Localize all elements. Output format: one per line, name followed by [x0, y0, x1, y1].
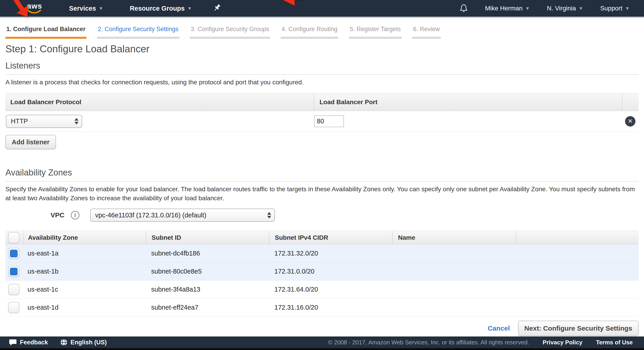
listeners-heading: Listeners	[6, 61, 638, 75]
tab-configure-security-groups[interactable]: 3. Configure Security Groups	[190, 24, 270, 39]
table-row-us-east-1b: us-east-1b subnet-80c0e8e5 172.31.0.0/20	[6, 263, 638, 281]
vpc-select[interactable]: vpc-46e1103f (172.31.0.0/16) (default)	[90, 209, 275, 222]
pushpin-icon	[214, 4, 221, 13]
protocol-select[interactable]: HTTP	[6, 115, 82, 128]
listeners-table-header: Load Balancer Protocol Load Balancer Por…	[6, 93, 638, 111]
resource-groups-label: Resource Groups	[130, 5, 184, 12]
zone-cell: us-east-1d	[24, 304, 146, 311]
zone-cell: us-east-1c	[24, 286, 146, 293]
chevron-down-icon: ▼	[625, 6, 630, 11]
table-row-us-east-1a: us-east-1a subnet-dc4fb186 172.31.32.0/2…	[6, 245, 638, 263]
zone-cell: us-east-1b	[24, 268, 146, 275]
zone-cell: us-east-1a	[24, 250, 146, 257]
tab-configure-routing[interactable]: 4. Configure Routing	[281, 24, 338, 39]
copyright-text: © 2008 - 2017, Amazon Web Services, Inc.…	[328, 339, 529, 346]
user-name: Mike Herman	[485, 5, 522, 12]
select-spinner-icon	[267, 212, 271, 219]
main-content: Step 1: Configure Load Balancer Listener…	[0, 43, 644, 336]
vpc-select-value: vpc-46e1103f (172.31.0.0/16) (default)	[95, 212, 206, 219]
row-checkbox[interactable]	[8, 302, 20, 313]
notifications-button[interactable]	[460, 4, 468, 13]
select-spinner-icon	[74, 118, 78, 124]
top-nav-right-group: Mike Herman ▼ N. Virginia ▼ Support ▼	[442, 4, 630, 13]
subnet-cell: subnet-80c0e8e5	[146, 268, 269, 275]
subnet-cell: subnet-3f4a8a13	[146, 286, 269, 293]
vpc-selector-row: VPC i vpc-46e1103f (172.31.0.0/16) (defa…	[6, 208, 638, 222]
top-navigation-bar: aws Services ▼ Resource Groups ▼	[0, 0, 644, 18]
availability-zones-description: Specify the Availability Zones to enable…	[6, 185, 638, 203]
chevron-down-icon: ▼	[98, 6, 103, 11]
listeners-description: A listener is a process that checks for …	[6, 78, 638, 87]
select-all-checkbox[interactable]	[8, 232, 20, 243]
close-icon: ✕	[628, 118, 633, 125]
listener-row: HTTP ✕	[6, 111, 638, 132]
tab-configure-load-balancer[interactable]: 1. Configure Load Balancer	[6, 24, 86, 39]
col-header-protocol: Load Balancer Protocol	[6, 93, 314, 111]
privacy-policy-link[interactable]: Privacy Policy	[543, 339, 582, 346]
row-checkbox[interactable]	[8, 248, 20, 259]
services-label: Services	[69, 5, 96, 12]
az-table-header: Availability Zone Subnet ID Subnet IPv4 …	[6, 231, 638, 245]
support-menu[interactable]: Support ▼	[600, 5, 630, 12]
subnet-cell: subnet-eff24ea7	[146, 304, 269, 311]
info-icon[interactable]: i	[71, 211, 80, 219]
user-menu[interactable]: Mike Herman ▼	[485, 5, 530, 12]
col-header-subnet-id: Subnet ID	[146, 231, 269, 244]
cidr-cell: 172.31.64.0/20	[269, 286, 392, 293]
cidr-cell: 172.31.0.0/20	[269, 268, 392, 275]
cidr-cell: 172.31.32.0/20	[269, 250, 392, 257]
pin-shortcut-button[interactable]	[214, 4, 221, 13]
tab-review[interactable]: 6. Review	[412, 24, 441, 39]
bottom-edge	[0, 348, 644, 350]
region-label: N. Virginia	[547, 5, 576, 12]
col-header-subnet-cidr: Subnet IPv4 CIDR	[269, 231, 392, 244]
row-checkbox[interactable]	[8, 284, 20, 295]
region-menu[interactable]: N. Virginia ▼	[547, 5, 583, 12]
chevron-down-icon: ▼	[525, 6, 530, 11]
availability-zones-heading: Availability Zones	[6, 168, 638, 182]
terms-of-use-link[interactable]: Terms of Use	[596, 339, 633, 346]
aws-logo-text: aws	[27, 2, 42, 9]
page-title: Step 1: Configure Load Balancer	[6, 43, 638, 54]
cidr-cell: 172.31.16.0/20	[269, 304, 392, 311]
col-header-name: Name	[392, 231, 516, 244]
port-input[interactable]	[314, 115, 344, 127]
language-label: English (US)	[71, 339, 107, 346]
aws-logo[interactable]: aws	[27, 2, 42, 14]
table-row-us-east-1c: us-east-1c subnet-3f4a8a13 172.31.64.0/2…	[6, 281, 638, 299]
next-button[interactable]: Next: Configure Security Settings	[518, 321, 638, 336]
language-button[interactable]: English (US)	[60, 339, 107, 346]
services-menu[interactable]: Services ▼	[69, 5, 103, 12]
feedback-button[interactable]: Feedback	[9, 339, 48, 346]
row-checkbox[interactable]	[8, 266, 20, 277]
globe-icon	[60, 339, 68, 346]
add-listener-button[interactable]: Add listener	[6, 135, 56, 149]
wizard-step-tabs: 1. Configure Load Balancer 2. Configure …	[0, 18, 644, 39]
support-label: Support	[600, 5, 622, 12]
aws-smile-icon	[27, 9, 42, 14]
wizard-actions: Cancel Next: Configure Security Settings	[6, 321, 638, 336]
resource-groups-menu[interactable]: Resource Groups ▼	[130, 5, 192, 12]
listeners-table: Load Balancer Protocol Load Balancer Por…	[6, 93, 638, 132]
table-row-us-east-1d: us-east-1d subnet-eff24ea7 172.31.16.0/2…	[6, 299, 638, 317]
footer-bar: Feedback English (US) © 2008 - 2017, Ama…	[0, 337, 644, 348]
chevron-down-icon: ▼	[187, 6, 192, 11]
feedback-bubble-icon	[9, 339, 17, 346]
col-header-availability-zone: Availability Zone	[24, 231, 146, 244]
protocol-select-value: HTTP	[11, 117, 28, 125]
col-header-actions	[622, 93, 638, 111]
tab-configure-security-settings[interactable]: 2. Configure Security Settings	[97, 24, 180, 39]
bell-icon	[460, 4, 468, 13]
availability-zones-table: Availability Zone Subnet ID Subnet IPv4 …	[6, 231, 638, 317]
tab-register-targets[interactable]: 5. Register Targets	[349, 24, 402, 39]
subnet-cell: subnet-dc4fb186	[146, 250, 269, 257]
col-header-port: Load Balancer Port	[314, 93, 622, 111]
delete-listener-button[interactable]: ✕	[625, 116, 636, 126]
chevron-down-icon: ▼	[578, 6, 583, 11]
cancel-link[interactable]: Cancel	[488, 325, 510, 332]
feedback-label: Feedback	[20, 339, 48, 346]
col-header-empty	[516, 231, 638, 244]
vpc-label: VPC	[50, 211, 64, 219]
